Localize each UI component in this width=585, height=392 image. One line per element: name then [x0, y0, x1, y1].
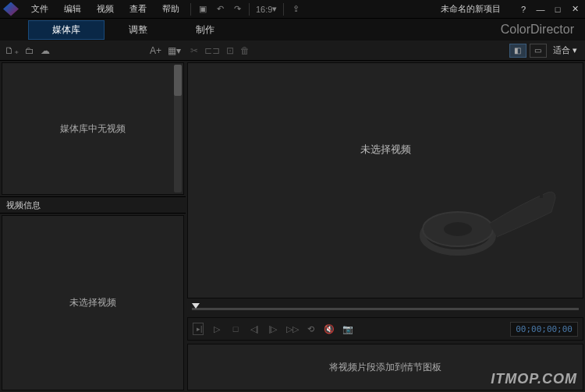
brand-label: ColorDirector: [501, 23, 574, 37]
app-logo-icon: [3, 2, 19, 16]
add-folder-icon[interactable]: 🗀: [25, 45, 34, 56]
library-panel: 媒体库中无视频: [2, 62, 184, 195]
save-icon[interactable]: ▣: [196, 2, 210, 16]
scrub-bar[interactable]: [186, 300, 585, 316]
preview-empty-text: 未选择视频: [360, 143, 411, 157]
svg-rect-3: [505, 203, 508, 207]
watermark: ITMOP.COM: [491, 371, 577, 387]
redo-icon[interactable]: ↷: [230, 2, 244, 16]
right-pane: ✂ ⊏⊐ ⊡ 🗑 ◧ ▭ 适合 ▾ 未选择视频 ▸|: [186, 41, 585, 392]
tab-library[interactable]: 媒体库: [28, 20, 105, 40]
play-button[interactable]: ▷: [211, 324, 222, 334]
next-frame-button[interactable]: |▷: [268, 324, 278, 334]
sort-button[interactable]: A+: [150, 45, 161, 56]
divider: [249, 3, 250, 16]
transport-bar: ▸| ▷ □ ◁| |▷ ▷▷ ⟲ 🔇 📷 00;00;00;00: [187, 317, 583, 341]
zoom-fit-dropdown[interactable]: 适合 ▾: [550, 44, 580, 56]
menu-view[interactable]: 查看: [122, 3, 154, 15]
snapshot-button[interactable]: 📷: [342, 324, 353, 334]
compare-view-icon[interactable]: ◧: [509, 44, 526, 58]
delete-icon[interactable]: 🗑: [240, 45, 250, 56]
add-file-icon[interactable]: 🗋₊: [5, 45, 19, 56]
svg-rect-4: [516, 198, 519, 203]
view-grid-icon[interactable]: ▦▾: [168, 45, 181, 56]
stop-full-button[interactable]: ▸|: [193, 323, 204, 335]
svg-rect-6: [540, 193, 543, 198]
prev-frame-button[interactable]: ◁|: [249, 324, 260, 334]
left-pane: 🗋₊ 🗀 ☁ A+ ▦▾ 媒体库中无视频 视频信息 未选择视频: [0, 41, 186, 392]
cloud-icon[interactable]: ☁: [41, 45, 50, 56]
maximize-button[interactable]: □: [551, 3, 565, 16]
divider: [190, 3, 191, 16]
fast-forward-button[interactable]: ▷▷: [286, 324, 297, 334]
menu-video[interactable]: 视频: [89, 3, 122, 15]
video-info-empty-text: 未选择视频: [69, 296, 116, 309]
close-button[interactable]: ✕: [568, 3, 582, 16]
trim-icon[interactable]: ⊏⊐: [204, 45, 220, 56]
divider: [283, 3, 284, 16]
library-toolbar: 🗋₊ 🗀 ☁ A+ ▦▾: [0, 41, 186, 61]
project-title: 未命名的新项目: [441, 3, 501, 15]
svg-point-2: [444, 222, 472, 236]
playhead-icon[interactable]: [192, 303, 200, 309]
timecode-display[interactable]: 00;00;00;00: [510, 322, 578, 337]
menu-file[interactable]: 文件: [23, 3, 56, 15]
library-scrollbar[interactable]: [174, 65, 182, 192]
video-info-header: 视频信息: [0, 196, 186, 214]
tab-adjust[interactable]: 调整: [105, 20, 172, 40]
help-button[interactable]: ?: [516, 3, 530, 16]
film-reel-icon: [403, 165, 559, 274]
upload-icon[interactable]: ⇪: [289, 2, 303, 16]
crop-icon[interactable]: ⊡: [226, 45, 234, 56]
stop-button[interactable]: □: [230, 324, 241, 334]
undo-icon[interactable]: ↶: [213, 2, 227, 16]
main-tabs: 媒体库 调整 制作 ColorDirector: [0, 19, 585, 41]
titlebar: 文件 编辑 视频 查看 帮助 ▣ ↶ ↷ 16:9 ▾ ⇪ 未命名的新项目 ? …: [0, 0, 585, 19]
loop-button[interactable]: ⟲: [305, 324, 316, 334]
storyboard-hint-text: 将视频片段添加到情节图板: [329, 361, 441, 374]
svg-rect-5: [528, 195, 531, 200]
preview-panel: 未选择视频: [187, 62, 583, 298]
preview-toolbar: ✂ ⊏⊐ ⊡ 🗑 ◧ ▭ 适合 ▾: [186, 41, 585, 61]
menu-help[interactable]: 帮助: [154, 3, 187, 15]
tab-produce[interactable]: 制作: [172, 20, 239, 40]
library-empty-text: 媒体库中无视频: [60, 122, 126, 136]
minimize-button[interactable]: —: [534, 3, 548, 16]
video-info-panel: 未选择视频: [2, 215, 184, 390]
volume-button[interactable]: 🔇: [324, 324, 335, 334]
menu-edit[interactable]: 编辑: [56, 3, 89, 15]
cut-icon[interactable]: ✂: [190, 45, 198, 56]
single-view-icon[interactable]: ▭: [530, 44, 547, 58]
aspect-ratio-dropdown[interactable]: 16:9 ▾: [254, 2, 278, 16]
